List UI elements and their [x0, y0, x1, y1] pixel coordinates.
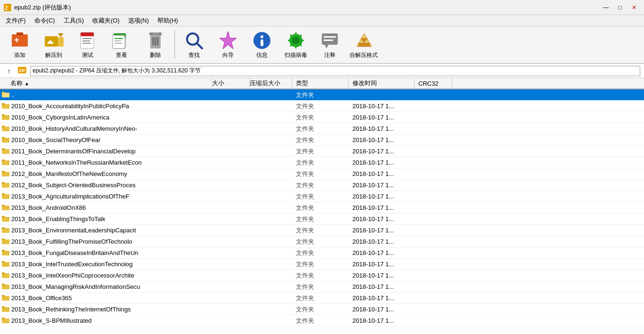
file-type-cell: 文件夹 [292, 271, 349, 280]
main-content: 名称 ▲ 大小 压缩后大小 类型 修改时间 CRC32 .. [0, 78, 644, 334]
toolbar-delete-label: 删除 [150, 51, 161, 59]
close-button[interactable]: ✕ [628, 3, 640, 12]
svg-rect-90 [2, 295, 5, 297]
folder-icon [2, 147, 9, 155]
folder-icon [2, 113, 9, 121]
toolbar-sfx-button[interactable]: 自解压格式 [348, 28, 380, 61]
sort-arrow-name: ▲ [24, 81, 29, 86]
toolbar-virus-label: 扫描病毒 [285, 51, 307, 59]
file-type-cell: 文件夹 [292, 147, 349, 156]
table-row[interactable]: 2013_Book_RethinkingTheInternetOfThings … [0, 304, 644, 315]
table-row[interactable]: 2013_Book_AndroidOnX86 文件夹 2018-10-17 1.… [0, 202, 644, 214]
table-row[interactable]: 2010_Book_CyborgsInLatinAmerica 文件夹 2018… [0, 112, 644, 123]
table-row[interactable]: 2013_Book_S-BPMIllustrated 文件夹 2018-10-1… [0, 315, 644, 326]
toolbar-extract-button[interactable]: 解压到 [38, 28, 70, 61]
address-bar: ↑ ZIP [0, 64, 644, 78]
sfx-icon [354, 31, 374, 50]
folder-icon [2, 136, 9, 144]
add-icon: + [10, 31, 30, 50]
file-name-text: 2013_Book_AgriculturalImplicationsOfTheF [11, 193, 130, 200]
file-rows-container: .. 文件夹 2010_Book_AccountabilityInPublicP… [0, 89, 644, 326]
file-name-text: 2010_Book_HistoryAndCulturalMemoryInNeo- [11, 125, 137, 132]
file-modified-cell: 2018-10-17 1... [349, 125, 415, 132]
svg-rect-86 [2, 272, 5, 274]
col-header-crc[interactable]: CRC32 [415, 78, 452, 88]
file-name-text: 2010_Book_AccountabilityInPublicPolicyPa [11, 103, 129, 110]
nav-up-button[interactable]: ↑ [4, 66, 14, 76]
toolbar-find-button[interactable]: 查找 [178, 28, 210, 61]
menu-tools[interactable]: 工具(S) [60, 16, 88, 26]
table-row[interactable]: 2013_Book_ManagingRiskAndInformationSecu… [0, 281, 644, 293]
svg-rect-16 [113, 35, 125, 48]
menu-favorites[interactable]: 收藏夹(O) [89, 16, 123, 26]
svg-rect-74 [2, 205, 5, 207]
toolbar-virus-button[interactable]: 扫描病毒 [280, 28, 312, 61]
toolbar-delete-button[interactable]: 删除 [139, 28, 171, 61]
menu-file[interactable]: 文件(F) [2, 16, 30, 26]
col-header-compressed[interactable]: 压缩后大小 [250, 78, 292, 88]
folder-icon [2, 215, 9, 223]
table-row[interactable]: 2012_Book_ManifestoOfTheNewEconomy 文件夹 2… [0, 168, 644, 180]
table-row[interactable]: 2011_Book_NetworksInTheRussianMarketEcon… [0, 157, 644, 168]
table-row[interactable]: 2010_Book_HistoryAndCulturalMemoryInNeo-… [0, 123, 644, 135]
menu-command[interactable]: 命令(C) [31, 16, 59, 26]
folder-icon [2, 204, 9, 212]
table-row[interactable]: 2013_Book_IntelTrustedExecutionTechnolog… [0, 259, 644, 270]
toolbar-info-button[interactable]: 信息 [246, 28, 278, 61]
table-row[interactable]: .. 文件夹 [0, 89, 644, 101]
table-row[interactable]: 2012_Book_Subject-OrientedBusinessProces… [0, 180, 644, 191]
table-row[interactable]: 2013_Book_Office365 文件夹 2018-10-17 1... [0, 293, 644, 304]
file-name-text: 2010_Book_SocialTheoryOfFear [11, 136, 100, 143]
file-modified-cell: 2018-10-17 1... [349, 148, 415, 155]
maximize-button[interactable]: □ [614, 3, 626, 12]
table-row[interactable]: 2013_Book_FulfillingThePromiseOfTechnolo… [0, 236, 644, 247]
table-row[interactable]: 2013_Book_FungalDiseaseInBritainAndTheUn… [0, 247, 644, 259]
file-modified-cell: 2018-10-17 1... [349, 294, 415, 302]
svg-point-31 [261, 35, 263, 38]
toolbar-wizard-label: 向导 [222, 51, 234, 59]
file-modified-cell: 2018-10-17 1... [349, 204, 415, 211]
window-controls: — □ ✕ [600, 3, 640, 12]
file-list-container[interactable]: 名称 ▲ 大小 压缩后大小 类型 修改时间 CRC32 .. [0, 78, 644, 334]
minimize-button[interactable]: — [600, 3, 612, 12]
file-name-cell: 2013_Book_AgriculturalImplicationsOfTheF [0, 192, 212, 200]
svg-rect-56 [2, 103, 5, 105]
toolbar-view-button[interactable]: 查看 [106, 28, 138, 61]
table-row[interactable]: 2010_Book_AccountabilityInPublicPolicyPa… [0, 101, 644, 112]
table-row[interactable]: 2011_Book_DeterminantsOfFinancialDevelop… [0, 146, 644, 157]
file-name-cell: 2012_Book_Subject-OrientedBusinessProces [0, 181, 212, 189]
file-type-cell: 文件夹 [292, 125, 349, 133]
svg-rect-62 [2, 137, 5, 139]
toolbar-add-button[interactable]: + 添加 [4, 28, 36, 61]
svg-rect-43 [322, 33, 338, 45]
file-modified-cell: 2018-10-17 1... [349, 317, 415, 324]
table-row[interactable]: 2013_Book_EnvironmentalLeadershipCapacit… [0, 225, 644, 236]
file-name-cell: 2011_Book_NetworksInTheRussianMarketEcon [0, 159, 212, 167]
table-row[interactable]: 2013_Book_AgriculturalImplicationsOfTheF… [0, 191, 644, 202]
col-header-modified[interactable]: 修改时间 [349, 78, 415, 88]
file-modified-cell: 2018-10-17 1... [349, 159, 415, 166]
toolbar-wizard-button[interactable]: 向导 [212, 28, 244, 61]
extract-icon [44, 31, 64, 50]
menu-help[interactable]: 帮助(H) [154, 16, 182, 26]
svg-rect-82 [2, 250, 5, 252]
file-name-text: 2011_Book_DeterminantsOfFinancialDevelop [11, 148, 136, 155]
table-row[interactable]: 2010_Book_SocialTheoryOfFear 文件夹 2018-10… [0, 135, 644, 146]
col-header-name[interactable]: 名称 ▲ [0, 78, 212, 88]
toolbar-test-button[interactable]: 测试 [72, 28, 104, 61]
file-type-cell: 文件夹 [292, 91, 349, 99]
file-modified-cell: 2018-10-17 1... [349, 170, 415, 177]
address-input[interactable] [30, 66, 640, 76]
file-name-cell: 2013_Book_Office365 [0, 294, 212, 302]
file-name-text: 2010_Book_CyborgsInLatinAmerica [11, 114, 109, 121]
table-row[interactable]: 2013_Book_IntelXeonPhiCoprocessorArchite… [0, 270, 644, 281]
file-name-cell: 2013_Book_FulfillingThePromiseOfTechnolo [0, 238, 212, 246]
file-modified-cell: 2018-10-17 1... [349, 272, 415, 279]
menu-options[interactable]: 选项(N) [124, 16, 153, 26]
col-header-size[interactable]: 大小 [212, 78, 250, 88]
file-type-cell: 文件夹 [292, 136, 349, 144]
table-row[interactable]: 2013_Book_EnablingThingsToTalk 文件夹 2018-… [0, 214, 644, 225]
col-header-type[interactable]: 类型 [292, 78, 349, 88]
file-name-cell: 2013_Book_ManagingRiskAndInformationSecu [0, 283, 212, 291]
toolbar-comment-button[interactable]: 注释 [314, 28, 346, 61]
